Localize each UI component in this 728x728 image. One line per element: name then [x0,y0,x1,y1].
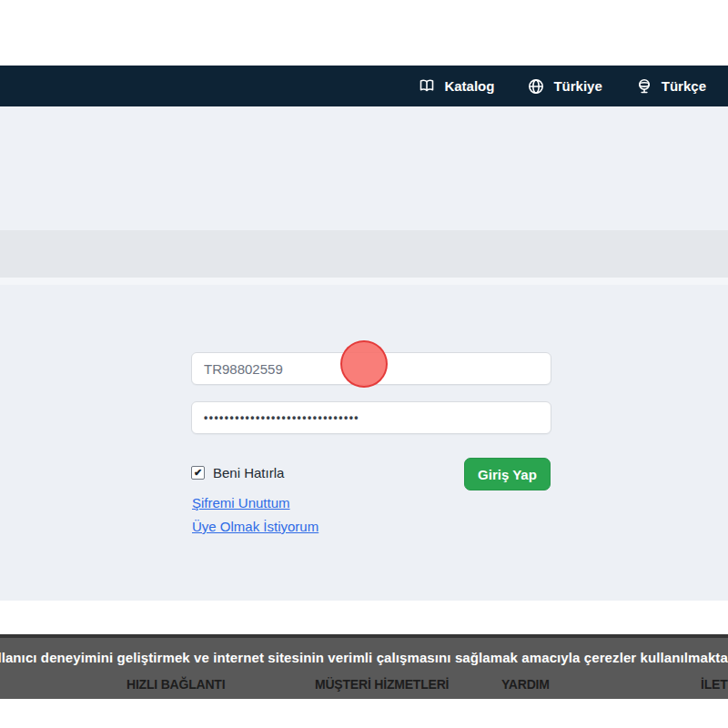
click-indicator [340,340,388,388]
cookie-notice-text: Kullanıcı deneyimini geliştirmek ve inte… [0,650,728,665]
topbar-item-label: Türkçe [662,78,706,94]
footer-col-yardim[interactable]: YARDIM [501,677,550,692]
topbar-item-language[interactable]: Türkçe [635,77,706,96]
password-input[interactable] [191,401,551,434]
footer-col-iletisim[interactable]: İLETİŞİM [701,677,728,692]
book-icon [418,77,436,96]
footer-col-hizli-baglanti[interactable]: HIZLI BAĞLANTI [126,677,225,692]
login-section: ✔ Beni Hatırla Giriş Yap Şifremi Unuttum… [0,285,728,601]
topbar-item-label: Türkiye [553,78,602,94]
topbar-item-katalog[interactable]: Katalog [418,77,494,96]
page: Katalog Türkiye Türkçe [0,0,728,728]
remember-checkbox[interactable]: ✔ [191,466,205,480]
forgot-password-link[interactable]: Şifremi Unuttum [192,495,290,511]
cookie-footer-bar: Kullanıcı deneyimini geliştirmek ve inte… [0,634,728,699]
register-link[interactable]: Üye Olmak İstiyorum [192,519,318,534]
footer-col-musteri-hizmetleri[interactable]: MÜŞTERİ HİZMETLERİ [315,677,449,692]
page-title-band [0,230,728,278]
remember-row: ✔ Beni Hatırla [191,465,284,480]
desk-globe-icon [635,77,653,96]
header: ANASAYFA KURUMSAL ÜRÜNLER HABERLER DUYUR… [0,106,728,230]
topbar-item-country[interactable]: Türkiye [527,77,602,96]
topbar-item-label: Katalog [444,78,494,94]
topbar: Katalog Türkiye Türkçe [0,66,728,106]
divider-strip [0,278,728,285]
remember-label: Beni Hatırla [213,465,284,480]
login-button[interactable]: Giriş Yap [464,458,551,490]
footer-top-divider [0,634,728,638]
globe-icon [527,77,545,96]
